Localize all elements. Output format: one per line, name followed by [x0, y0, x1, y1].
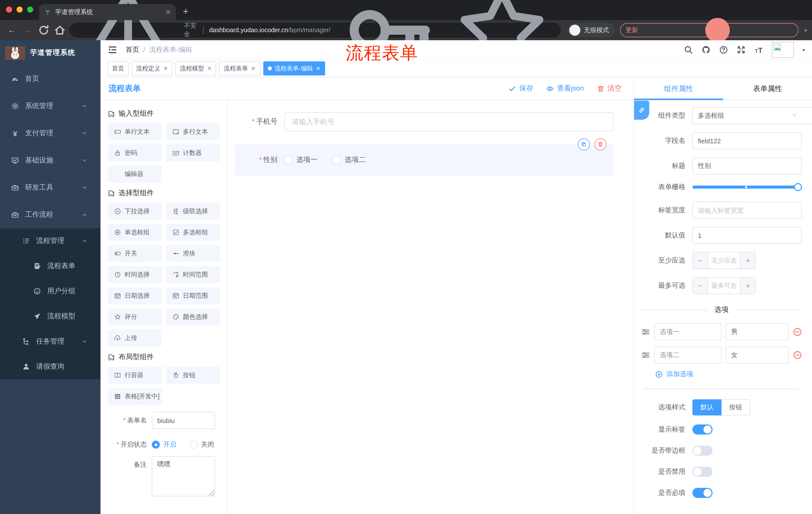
tag-close-icon[interactable]: ✕: [163, 65, 168, 72]
option-label-input[interactable]: [654, 323, 722, 341]
sidebar-item-流程表单[interactable]: 流程表单: [0, 253, 100, 279]
option-style-button-button[interactable]: 按钮: [722, 399, 750, 415]
palette-item-单选框组[interactable]: 单选框组: [108, 224, 162, 241]
fullscreen-icon[interactable]: [736, 45, 746, 54]
max-select-placeholder[interactable]: 最多可选: [708, 278, 740, 294]
tag-流程定义[interactable]: 流程定义✕: [132, 61, 172, 76]
browser-tab[interactable]: 芋道管理系统 ✕: [39, 4, 176, 20]
sidebar-item-首页[interactable]: 首页: [0, 65, 100, 92]
palette-item-编辑器[interactable]: 编辑器: [108, 165, 162, 183]
github-icon[interactable]: [701, 45, 710, 54]
palette-item-上传[interactable]: 上传: [108, 329, 162, 347]
tag-流程模型[interactable]: 流程模型✕: [175, 61, 216, 76]
palette-item-时间范围[interactable]: 时间范围: [166, 266, 220, 283]
tag-首页[interactable]: 首页: [108, 61, 128, 76]
selected-component-gender[interactable]: 性别 选项一选项二: [235, 144, 613, 175]
sidebar-item-基础设施[interactable]: 基础设施: [0, 147, 100, 174]
sidebar-item-研发工具[interactable]: 研发工具: [0, 174, 100, 201]
avatar-caret-down-icon[interactable]: ▾: [803, 47, 805, 53]
sidebar-item-工作流程[interactable]: 工作流程: [0, 201, 100, 228]
checkbox-box[interactable]: [332, 156, 341, 164]
back-icon[interactable]: ←: [5, 24, 18, 37]
sidebar-item-用户分组[interactable]: 用户分组: [0, 279, 100, 304]
default-value-input[interactable]: [692, 227, 802, 244]
palette-item-多选框组[interactable]: 多选框组: [166, 224, 220, 241]
stepper-decrease-button[interactable]: −: [693, 278, 708, 294]
tab-form-props[interactable]: 表单属性: [723, 77, 812, 100]
palette-item-下拉选择[interactable]: 下拉选择: [108, 203, 162, 220]
tab-component-props[interactable]: 组件属性: [634, 77, 723, 100]
sidebar-item-流程管理[interactable]: 流程管理: [0, 228, 100, 253]
label-width-input[interactable]: [692, 202, 802, 219]
palette-item-开关[interactable]: 开关: [108, 245, 162, 262]
minimize-window-button[interactable]: [17, 6, 23, 12]
option-style-default-button[interactable]: 默认: [692, 399, 722, 415]
palette-item-计数器[interactable]: 123计数器: [166, 144, 220, 161]
clear-button[interactable]: 清空: [597, 84, 621, 93]
grid-slider[interactable]: [692, 183, 798, 191]
sidebar-logo[interactable]: 芋道管理系统: [0, 40, 100, 65]
sidebar-item-支付管理[interactable]: ¥支付管理: [0, 120, 100, 147]
toggle-switch[interactable]: [692, 488, 713, 498]
maximize-window-button[interactable]: [27, 6, 33, 12]
slider-handle[interactable]: [794, 183, 802, 191]
palette-item-级联选择[interactable]: 级联选择: [166, 203, 220, 220]
sidebar-item-任务管理[interactable]: 任务管理: [0, 329, 100, 354]
palette-item-颜色选择[interactable]: 颜色选择: [166, 308, 220, 325]
title-input[interactable]: [692, 157, 802, 174]
tag-close-icon[interactable]: ✕: [207, 65, 211, 72]
toggle-switch[interactable]: [692, 467, 713, 477]
palette-item-单行文本[interactable]: 单行文本: [108, 123, 162, 140]
palette-item-表格[开发中][interactable]: 表格[开发中]: [108, 388, 162, 405]
sidebar-item-请假查询[interactable]: 请假查询: [0, 354, 100, 379]
close-window-button[interactable]: [6, 6, 12, 12]
palette-item-滑块[interactable]: 滑块: [166, 245, 220, 262]
form-remark-textarea[interactable]: 嘿嘿: [152, 456, 215, 496]
phone-field-row[interactable]: 手机号: [235, 112, 624, 131]
gender-option-选项二[interactable]: 选项二: [332, 155, 366, 164]
address-bar[interactable]: 不安全 dashboard.yudao.iocoder.cn/bpm/manag…: [69, 23, 561, 38]
gender-option-选项一[interactable]: 选项一: [284, 155, 318, 164]
palette-item-按钮[interactable]: 按钮: [166, 367, 220, 384]
add-option-button[interactable]: 添加选项: [655, 370, 802, 379]
min-select-placeholder[interactable]: 至少应选: [708, 252, 740, 269]
home-icon[interactable]: [53, 24, 66, 37]
toggle-switch[interactable]: [692, 445, 713, 456]
update-browser-button[interactable]: 更新: [620, 23, 799, 37]
stepper-increase-button[interactable]: +: [740, 278, 755, 294]
breadcrumb-home[interactable]: 首页: [126, 45, 139, 54]
remove-option-button[interactable]: [793, 327, 802, 336]
palette-item-时间选择[interactable]: 时间选择: [108, 266, 162, 283]
window-controls[interactable]: [6, 6, 33, 12]
remove-option-button[interactable]: [793, 351, 802, 360]
toggle-switch[interactable]: [692, 425, 713, 435]
search-icon[interactable]: [684, 45, 693, 54]
tag-流程表单-编辑[interactable]: 流程表单-编辑✕: [263, 61, 325, 76]
chrome-caret-down-icon[interactable]: ▾: [805, 27, 807, 33]
reload-icon[interactable]: [37, 24, 50, 37]
tab-close-icon[interactable]: ✕: [165, 8, 171, 16]
help-icon[interactable]: [719, 45, 728, 54]
option-value-input[interactable]: [726, 323, 789, 341]
palette-item-评分[interactable]: 评分: [108, 308, 162, 325]
tag-流程表单[interactable]: 流程表单✕: [219, 61, 260, 76]
palette-item-日期范围[interactable]: 日期范围: [166, 287, 220, 304]
palette-item-日期选择[interactable]: 日期选择: [108, 287, 162, 304]
copy-component-button[interactable]: [578, 138, 590, 151]
link-tag-button[interactable]: [634, 101, 649, 120]
palette-item-行容器[interactable]: 行容器: [108, 367, 162, 384]
status-on-radio[interactable]: 开启: [152, 440, 176, 449]
hamburger-icon[interactable]: [108, 45, 118, 55]
delete-component-button[interactable]: [594, 138, 607, 151]
tag-close-icon[interactable]: ✕: [251, 65, 256, 72]
palette-item-密码[interactable]: 密码: [108, 144, 162, 161]
new-tab-button[interactable]: +: [183, 6, 188, 17]
component-type-select[interactable]: [692, 107, 802, 124]
form-name-input[interactable]: [152, 412, 215, 429]
stepper-decrease-button[interactable]: −: [693, 252, 708, 269]
save-button[interactable]: 保存: [509, 84, 533, 93]
phone-input[interactable]: [284, 112, 613, 131]
field-name-input[interactable]: [692, 132, 802, 150]
status-off-radio[interactable]: 关闭: [190, 440, 214, 449]
font-size-icon[interactable]: TT: [754, 45, 763, 54]
